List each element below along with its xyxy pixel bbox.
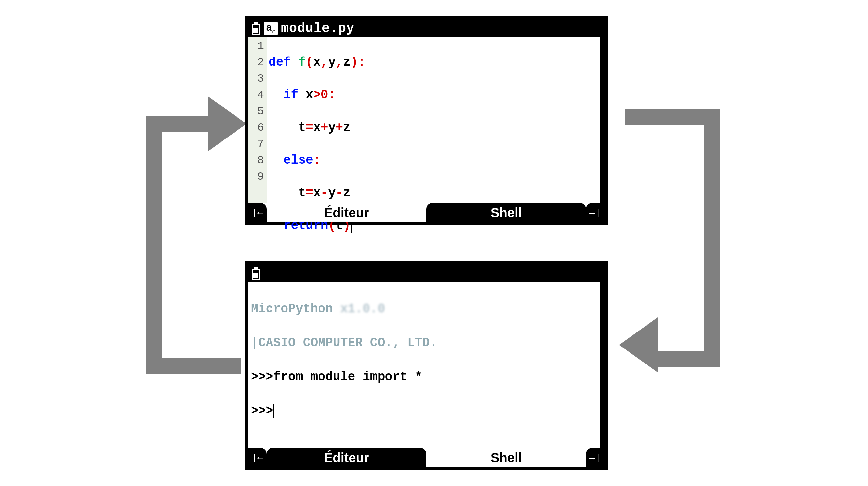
tab-editor[interactable]: Éditeur <box>267 448 426 467</box>
arrow-shell-to-editor-icon <box>140 94 247 374</box>
alpha-badge-text: a <box>266 22 272 34</box>
line-number: 2 <box>248 54 264 70</box>
tab-editor[interactable]: Éditeur <box>267 203 426 222</box>
shell-header-line: MicroPython x1.0.0 <box>251 300 597 318</box>
line-number: 8 <box>248 152 264 168</box>
svg-rect-10 <box>253 28 258 33</box>
code-line: t=x+y+z <box>269 120 598 136</box>
line-number: 9 <box>248 168 264 185</box>
arrow-last-icon: →❘ <box>589 207 601 219</box>
shell-screen: MicroPython x1.0.0 |CASIO COMPUTER CO., … <box>245 261 608 470</box>
code-line: else: <box>269 152 598 168</box>
svg-rect-6 <box>658 351 720 367</box>
svg-rect-1 <box>146 358 241 374</box>
code-line: if x>0: <box>269 87 598 103</box>
shell-scrollbar[interactable] <box>600 282 604 448</box>
line-number-gutter: 1 2 3 4 5 6 7 8 9 <box>248 37 267 203</box>
battery-icon <box>251 22 261 35</box>
nav-next-button[interactable]: →❘ <box>586 203 604 222</box>
editor-titlebar: a⌂ module.py <box>248 20 604 37</box>
text-cursor-icon <box>273 404 274 418</box>
line-number: 3 <box>248 70 264 87</box>
svg-rect-2 <box>146 116 208 132</box>
editor-tabbar: ❘← Éditeur Shell →❘ <box>248 203 604 222</box>
svg-marker-7 <box>619 318 658 372</box>
editor-body: 1 2 3 4 5 6 7 8 9 def f(x,y,z): if x>0: … <box>248 37 604 203</box>
tab-shell[interactable]: Shell <box>426 203 586 222</box>
svg-marker-3 <box>208 96 247 151</box>
arrow-last-icon: →❘ <box>589 452 601 464</box>
line-number: 7 <box>248 136 264 152</box>
svg-rect-9 <box>254 23 257 25</box>
shell-header-line: |CASIO COMPUTER CO., LTD. <box>251 334 597 351</box>
svg-rect-12 <box>254 267 257 269</box>
svg-rect-13 <box>253 273 258 278</box>
editor-screen: a⌂ module.py 1 2 3 4 5 6 7 8 9 def f(x,y… <box>245 16 608 225</box>
editor-scrollbar[interactable] <box>600 37 604 203</box>
svg-rect-4 <box>704 109 720 367</box>
line-number: 4 <box>248 87 264 103</box>
arrow-first-icon: ❘← <box>252 207 263 219</box>
code-editor[interactable]: def f(x,y,z): if x>0: t=x+y+z else: t=x-… <box>267 37 600 203</box>
line-number: 1 <box>248 38 264 54</box>
line-number: 6 <box>248 120 264 136</box>
shell-output[interactable]: MicroPython x1.0.0 |CASIO COMPUTER CO., … <box>248 282 600 448</box>
nav-next-button[interactable]: →❘ <box>586 448 604 467</box>
arrow-editor-to-shell-icon <box>619 94 726 374</box>
code-line: t=x-y-z <box>269 185 598 201</box>
nav-prev-button[interactable]: ❘← <box>248 448 267 467</box>
battery-icon <box>251 267 261 280</box>
tab-shell[interactable]: Shell <box>426 448 586 467</box>
svg-rect-0 <box>146 116 162 374</box>
nav-prev-button[interactable]: ❘← <box>248 203 267 222</box>
editor-filename: module.py <box>281 21 354 36</box>
svg-rect-5 <box>625 109 720 125</box>
shell-body: MicroPython x1.0.0 |CASIO COMPUTER CO., … <box>248 282 604 448</box>
arrow-first-icon: ❘← <box>252 452 263 464</box>
line-number: 5 <box>248 103 264 120</box>
shell-line: >>>from module import * <box>251 368 597 385</box>
code-line: def f(x,y,z): <box>269 54 598 70</box>
alpha-mode-icon: a⌂ <box>264 22 278 35</box>
shell-tabbar: ❘← Éditeur Shell →❘ <box>248 448 604 467</box>
shell-titlebar <box>248 265 604 282</box>
shell-line: >>> <box>251 402 597 419</box>
